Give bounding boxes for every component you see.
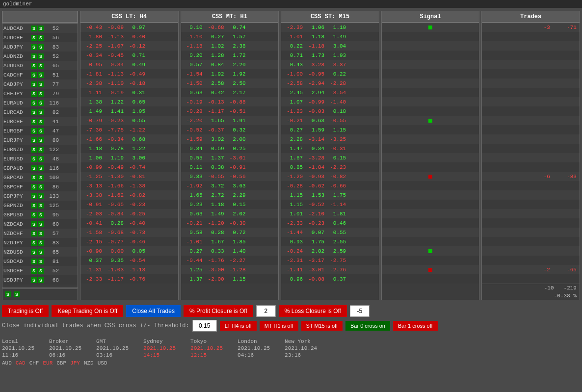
footer-broker: Broker 2021.10.25 06:16 <box>49 339 81 358</box>
btn-s1[interactable]: S <box>31 91 37 97</box>
css-mt-row: 0.27 0.33 1.40 <box>181 246 279 256</box>
btn-s1[interactable]: S <box>31 26 37 31</box>
btn-s1[interactable]: S <box>31 119 37 125</box>
btn-s2[interactable]: S <box>38 91 44 97</box>
btn-s2[interactable]: S <box>38 156 44 162</box>
mt-val2: 3.72 <box>204 183 225 189</box>
btn-s2[interactable]: S <box>38 231 44 236</box>
keep-trading-off-button[interactable]: Keep Trading On is Off <box>52 305 123 317</box>
btn-s1[interactable]: S <box>31 212 37 218</box>
btn-s2[interactable]: S <box>38 277 44 283</box>
btn-s1[interactable]: S <box>31 63 37 69</box>
btn-s1[interactable]: S <box>31 184 37 190</box>
pair-num: 86 <box>44 184 59 190</box>
threshold-input[interactable] <box>192 320 217 332</box>
lt-val3: -0.12 <box>125 43 146 49</box>
btn-s1[interactable]: S <box>31 109 37 115</box>
btn-s2[interactable]: S <box>38 193 44 199</box>
btn-s1[interactable]: S <box>31 249 37 255</box>
st-val2: -3.01 <box>304 267 325 273</box>
close-all-button[interactable]: Close All Trades <box>126 305 181 317</box>
btn-s1[interactable]: S <box>31 277 37 283</box>
lt-val3: 3.00 <box>125 155 146 161</box>
btn-s-all2[interactable]: S <box>14 291 20 297</box>
css-lt-row: -3.13 -1.66 -1.38 <box>80 181 178 190</box>
btn-s2[interactable]: S <box>38 81 44 87</box>
btn-s1[interactable]: S <box>31 165 37 171</box>
btn-s2[interactable]: S <box>38 175 44 181</box>
btn-s1[interactable]: S <box>31 72 37 78</box>
bar0-on-button[interactable]: Bar 0 cross on <box>345 321 390 331</box>
profit-val-input[interactable]: 2 <box>256 305 276 317</box>
btn-s2[interactable]: S <box>38 119 44 125</box>
btn-s2[interactable]: S <box>38 268 44 274</box>
trading-off-button[interactable]: Trading is Off <box>2 305 49 317</box>
btn-s1[interactable]: S <box>31 44 37 50</box>
btn-s2[interactable]: S <box>38 128 44 134</box>
mt-off-button[interactable]: MT H1 is off <box>260 321 298 331</box>
btn-s2[interactable]: S <box>38 26 44 31</box>
btn-s1[interactable]: S <box>31 175 37 181</box>
btn-s1[interactable]: S <box>31 240 37 246</box>
btn-s2[interactable]: S <box>38 109 44 115</box>
trades-row <box>482 246 580 256</box>
profit-closure-button[interactable]: % Profit Closure is Off <box>184 305 253 317</box>
btn-s2[interactable]: S <box>38 203 44 209</box>
curr-aud: AUD <box>2 360 12 366</box>
btn-s1[interactable]: S <box>31 81 37 87</box>
btn-s2[interactable]: S <box>38 165 44 171</box>
btn-s1[interactable]: S <box>31 128 37 134</box>
btn-s2[interactable]: S <box>38 63 44 69</box>
btn-s1[interactable]: S <box>31 156 37 162</box>
st-val1: -2.31 <box>282 258 304 263</box>
st-val3: -3.25 <box>325 136 347 142</box>
btn-s2[interactable]: S <box>38 249 44 255</box>
btn-s2[interactable]: S <box>38 259 44 264</box>
mt-val1: -1.92 <box>182 183 204 189</box>
btn-s2[interactable]: S <box>38 221 44 227</box>
btn-s1[interactable]: S <box>31 231 37 236</box>
btn-s2[interactable]: S <box>38 35 44 41</box>
btn-s2[interactable]: S <box>38 53 44 59</box>
btn-s1[interactable]: S <box>31 221 37 227</box>
css-lt-row: -1.58 -0.68 -0.73 <box>80 228 178 237</box>
btn-s2[interactable]: S <box>38 72 44 78</box>
btn-s1[interactable]: S <box>31 259 37 264</box>
pair-row: AUDCHF S S 56 <box>2 33 78 42</box>
st-off-button[interactable]: ST M15 is off <box>301 321 343 331</box>
btn-s-all1[interactable]: S <box>5 291 11 297</box>
lt-val1: 1.00 <box>81 155 103 161</box>
btn-s2[interactable]: S <box>38 44 44 50</box>
loss-val-input[interactable]: -5 <box>350 305 370 317</box>
btn-s1[interactable]: S <box>31 147 37 153</box>
st-val2: -0.93 <box>304 174 325 180</box>
btn-s2[interactable]: S <box>38 137 44 143</box>
pair-num: 68 <box>44 277 59 283</box>
btn-s2[interactable]: S <box>38 184 44 190</box>
bar1-off-button[interactable]: Bar 1 cross off <box>393 321 438 331</box>
css-st-row: -1.44 0.07 0.55 <box>281 228 379 237</box>
btn-s1[interactable]: S <box>31 203 37 209</box>
btn-s2[interactable]: S <box>38 100 44 106</box>
lt-val2: -1.66 <box>103 183 125 189</box>
btn-s1[interactable]: S <box>31 268 37 274</box>
pair-num: 125 <box>44 203 59 209</box>
btn-s1[interactable]: S <box>31 35 37 41</box>
loss-closure-button[interactable]: % Loss Closure is Off <box>279 305 347 317</box>
btn-s1[interactable]: S <box>31 100 37 106</box>
css-st-row: -1.41 -3.01 -2.76 <box>281 265 379 274</box>
pair-num: 83 <box>44 44 59 50</box>
signal-row <box>382 69 479 78</box>
btn-s1[interactable]: S <box>31 137 37 143</box>
lt-val1: -0.91 <box>81 202 103 208</box>
lt-off-button[interactable]: LT H4 is off <box>220 321 257 331</box>
css-mt-row: -1.54 1.92 1.92 <box>181 69 279 78</box>
btn-s1[interactable]: S <box>31 53 37 59</box>
st-val1: -2.30 <box>282 25 304 30</box>
lt-val3: -0.40 <box>125 34 146 40</box>
btn-s2[interactable]: S <box>38 147 44 153</box>
btn-s1[interactable]: S <box>31 193 37 199</box>
btn-s2[interactable]: S <box>38 212 44 218</box>
css-mt-row: -0.44 -1.76 -2.27 <box>181 256 279 265</box>
btn-s2[interactable]: S <box>38 240 44 246</box>
